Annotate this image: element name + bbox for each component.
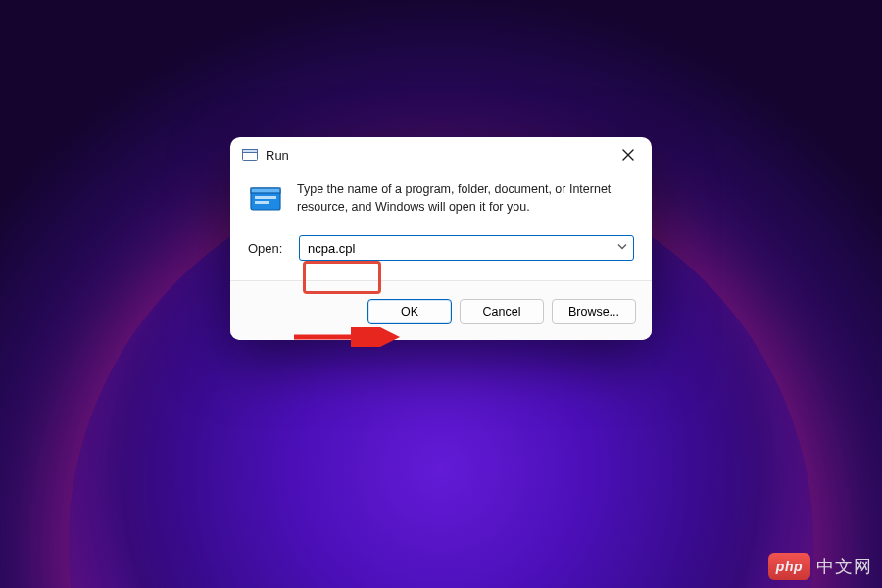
- close-icon: [622, 149, 634, 161]
- dialog-title: Run: [266, 148, 614, 163]
- run-app-icon: [248, 182, 283, 218]
- svg-rect-3: [251, 188, 280, 193]
- svg-rect-5: [255, 201, 269, 204]
- dialog-buttons: OK Cancel Browse...: [230, 280, 652, 340]
- open-input[interactable]: [299, 235, 634, 261]
- open-label: Open:: [248, 241, 289, 256]
- dialog-content: Type the name of a program, folder, docu…: [230, 171, 652, 221]
- dialog-description: Type the name of a program, folder, docu…: [297, 180, 634, 218]
- svg-rect-1: [243, 150, 258, 153]
- watermark-badge: php: [768, 553, 810, 580]
- open-row: Open:: [230, 221, 652, 269]
- browse-button[interactable]: Browse...: [552, 299, 636, 324]
- svg-rect-4: [255, 196, 276, 199]
- run-titlebar-icon: [242, 148, 258, 162]
- run-dialog: Run Type the name of a program, folder, …: [230, 137, 652, 340]
- close-button[interactable]: [614, 145, 642, 165]
- titlebar: Run: [230, 137, 652, 171]
- watermark-text: 中文网: [816, 555, 872, 578]
- watermark: php 中文网: [768, 553, 872, 580]
- open-combobox[interactable]: [299, 235, 634, 261]
- ok-button[interactable]: OK: [368, 299, 452, 324]
- cancel-button[interactable]: Cancel: [460, 299, 544, 324]
